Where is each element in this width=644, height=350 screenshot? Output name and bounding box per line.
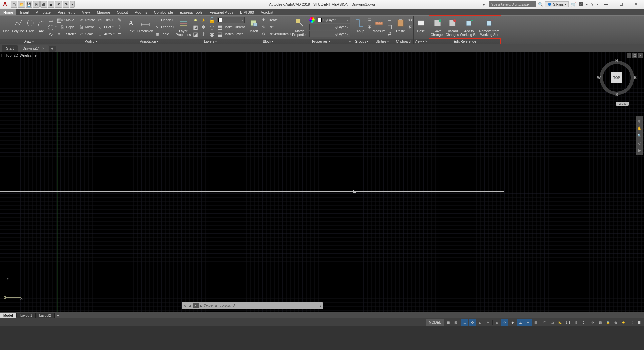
search-icon[interactable]: 🔍	[537, 1, 544, 7]
copy-button[interactable]: ⎘Copy	[59, 24, 77, 30]
match-layer-button[interactable]: Match Layer	[225, 32, 243, 36]
edit-block-button[interactable]: ✎Edit	[260, 24, 292, 30]
insert-button[interactable]: Insert	[248, 16, 260, 33]
stay-connected-icon[interactable]: 🅰	[578, 1, 585, 7]
nav-orbit-icon[interactable]: ⭯	[636, 139, 643, 147]
layer-bulb-icon[interactable]: ●	[192, 16, 199, 23]
base-button[interactable]: Base	[415, 16, 427, 33]
group-button[interactable]: Group	[354, 16, 365, 33]
add-to-working-set-button[interactable]: + Add to Working Set	[460, 16, 478, 37]
color-wheel-icon[interactable]	[309, 17, 315, 23]
panel-draw-title[interactable]: Draw	[23, 40, 31, 43]
layer-lock-icon[interactable]: 🔓	[209, 16, 215, 23]
status-isolate-icon[interactable]: ◍	[612, 319, 619, 326]
wcs-badge[interactable]: WCS	[616, 102, 629, 106]
tab-annotate[interactable]: Annotate	[33, 9, 54, 15]
layout-tab-add-button[interactable]: +	[55, 314, 61, 317]
tab-insert[interactable]: Insert	[16, 9, 33, 15]
layer-uniso-icon[interactable]: ◪	[192, 31, 199, 37]
layer-iso-icon[interactable]: ◩	[192, 24, 199, 30]
remove-from-working-set-button[interactable]: − Remove from Working Set	[479, 16, 499, 37]
ellipse-icon[interactable]: ◯	[47, 24, 54, 30]
panel-block-title[interactable]: Block	[263, 40, 271, 43]
status-osnap-icon[interactable]: ◇	[501, 319, 508, 326]
status-annotation-monitor-icon[interactable]: ⚠	[549, 319, 556, 326]
qat-open-icon[interactable]: 📂	[18, 1, 25, 8]
current-layer-dropdown[interactable]: 0▾	[217, 17, 245, 23]
signin-user[interactable]: 👤 S.Faris ▾	[545, 1, 569, 7]
file-tab-start[interactable]: Start	[2, 45, 18, 52]
layer-freeze-icon[interactable]: ❄	[200, 24, 207, 30]
status-customize-icon[interactable]: ☰	[635, 319, 643, 326]
rotate-button[interactable]: ⟳Rotate	[78, 16, 96, 23]
dimension-button[interactable]: Dimension	[137, 16, 153, 33]
status-snapmode-icon[interactable]: ⊞	[452, 319, 459, 326]
measure-button[interactable]: Measure	[373, 16, 386, 33]
layout-tab-layout1[interactable]: Layout1	[17, 313, 36, 318]
fillet-button[interactable]: ◟Fillet▾	[97, 24, 115, 30]
status-hardware-accel-icon[interactable]: ⚡	[620, 319, 627, 326]
status-units-icon[interactable]: ⬗	[589, 319, 596, 326]
window-minimize-button[interactable]: —	[600, 0, 613, 8]
status-scale-label[interactable]: 1:1	[564, 319, 572, 326]
compass-s[interactable]: S	[615, 92, 618, 97]
layer-on-icon[interactable]: ◉	[209, 31, 215, 37]
status-cleanscreen-icon[interactable]: ⛶	[628, 319, 635, 326]
text-button[interactable]: A Text	[126, 16, 137, 33]
stretch-button[interactable]: ⇿Stretch	[59, 31, 77, 37]
tab-acrobat[interactable]: Acrobat	[257, 9, 277, 15]
circle-button[interactable]: Circle	[25, 16, 36, 33]
create-block-button[interactable]: ✚Create	[260, 16, 292, 23]
cmdline-history-icon[interactable]: ◂	[188, 303, 192, 309]
tab-bim360[interactable]: BIM 360	[237, 9, 257, 15]
view-cube[interactable]: N S E W TOP	[598, 59, 635, 96]
panel-annotation-title[interactable]: Annotation	[140, 40, 156, 43]
infocenter-arrow-icon[interactable]: ▸	[481, 1, 487, 7]
new-file-tab-button[interactable]: +	[49, 46, 56, 52]
layer-properties-button[interactable]: Layer Properties	[176, 16, 191, 37]
nav-zoom-icon[interactable]: 🔍	[636, 132, 643, 139]
window-close-button[interactable]: ✕	[629, 0, 643, 8]
tab-home[interactable]: Home	[0, 9, 16, 15]
status-workspace-icon[interactable]: ⚙	[572, 319, 579, 326]
panel-view-title[interactable]: View	[415, 40, 422, 43]
status-annotation-visibility-icon[interactable]: ✲	[580, 319, 587, 326]
scale-button[interactable]: ⤢Scale	[78, 31, 96, 37]
compass-w[interactable]: W	[597, 75, 601, 80]
layout-tab-layout2[interactable]: Layout2	[36, 313, 55, 318]
panel-groups-title[interactable]: Groups	[355, 40, 366, 43]
leader-button[interactable]: ↖Leader▾	[154, 24, 175, 30]
qat-redo-icon[interactable]: ↷	[63, 1, 69, 8]
qat-customize-icon[interactable]: ▾	[70, 1, 75, 8]
cmdline-recent-icon[interactable]: ▴	[318, 304, 323, 307]
linetype-dropdown[interactable]: ByLayer▾	[309, 31, 350, 37]
layer-make-current-icon[interactable]: ⬒	[217, 24, 223, 30]
nav-showmotion-icon[interactable]: ▶	[636, 147, 643, 154]
qat-layer-icon[interactable]: ☰	[48, 1, 54, 8]
help-icon[interactable]: ?	[589, 1, 596, 7]
ucs-icon[interactable]: Y X	[3, 278, 24, 300]
status-lockui-icon[interactable]: 🔒	[604, 319, 612, 326]
compass-n[interactable]: N	[615, 59, 618, 63]
status-polar-icon[interactable]: ✳	[484, 319, 492, 326]
line-button[interactable]: Line	[1, 16, 11, 33]
tab-manage[interactable]: Manage	[93, 9, 114, 15]
infocenter-search-input[interactable]: Type a keyword or phrase	[489, 1, 536, 7]
status-model-button[interactable]: MODEL	[426, 319, 444, 326]
trim-button[interactable]: ✂Trim▾	[97, 16, 115, 23]
qat-saveas-icon[interactable]: ⎘	[33, 1, 40, 8]
panel-modify-title[interactable]: Modify	[84, 40, 94, 43]
qat-undo-icon[interactable]: ↶	[55, 1, 62, 8]
paste-button[interactable]: Paste	[395, 16, 406, 33]
status-selection-cycling-icon[interactable]: ⬚	[541, 319, 548, 326]
viewport-maximize-icon[interactable]: ☐	[632, 53, 637, 58]
panel-layers-title[interactable]: Layers	[204, 40, 214, 43]
array-button[interactable]: ⊞Array▾	[97, 31, 115, 37]
status-annotation-scale-icon[interactable]: 📐	[557, 319, 564, 326]
status-ortho-icon[interactable]: ∟	[477, 319, 484, 326]
spline-icon[interactable]: ∿	[47, 31, 54, 37]
status-otrack-icon[interactable]: ∠	[517, 319, 524, 326]
save-changes-button[interactable]: Save Changes	[430, 16, 445, 37]
layer-thaw-icon[interactable]: ✳	[200, 31, 207, 37]
status-3dosnap-icon[interactable]: ◆	[509, 319, 516, 326]
